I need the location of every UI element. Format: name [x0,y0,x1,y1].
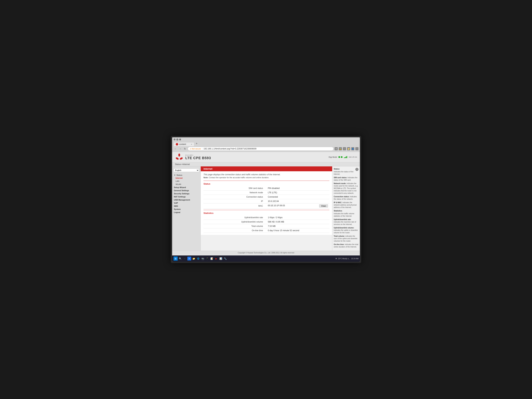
sidebar-item-system[interactable]: System [172,208,201,211]
shield-icon[interactable]: 🔒 [339,147,342,150]
close-button[interactable]: × [179,138,181,140]
new-tab-button[interactable]: + [194,141,199,146]
statistics-section-title: Statistics [203,212,329,214]
table-row: IP 10.6.102.84 [203,199,329,203]
help-icon-button[interactable]: ? [355,168,359,171]
nat-settings-label: NAT Settings [174,196,186,198]
minimize-button[interactable]: − [173,138,176,140]
signal-dots [338,156,342,158]
collections-icon[interactable]: 📁 [347,147,350,150]
sidebar-item-internet[interactable]: Internet [172,177,201,180]
connection-status-value: Connected [266,195,329,199]
uplink-rate-help-label: Uplink/downlink rate: [334,219,351,221]
sidebar-wlan-label: WLAN [176,183,181,185]
browser-tab[interactable]: content × [173,142,194,146]
brand-label: HUAWEI [185,154,211,156]
browser-icons: A 🔒 ☆ 📁 👤 ⋯ [335,147,359,150]
sidebar-item-usb-management[interactable]: USB Management [172,198,201,201]
language-select[interactable]: English [173,169,199,172]
digi-mobil-label: Digi Mobil [329,156,337,158]
back-button[interactable]: ← [173,147,177,151]
sidebar-item-logout[interactable]: Logout [172,211,201,214]
breadcrumb-text: Status->Internet [175,163,190,165]
tab-close-button[interactable]: × [191,143,192,145]
network-mode-help-label: Network mode: [334,183,346,184]
dot-1 [338,156,340,158]
clean-button[interactable]: Clean [319,204,328,208]
taskbar-icon-5[interactable]: 📱 [205,257,209,260]
status-section-title: Status [203,183,329,185]
statistics-table: Uplink/downlink rate 1 Kbps / 2 Kbps Upl… [203,215,329,233]
sidebar-item-lan[interactable]: LAN [172,180,201,183]
sidebar-item-security-settings[interactable]: Security Settings [172,192,201,195]
uplink-volume-help-label: Uplink/downlink volume: [334,227,354,229]
refresh-button[interactable]: ↻ [183,147,187,151]
main-layout: English ▼ Status Internet LAN WLAN [172,166,360,251]
profile-icon[interactable]: 👤 [351,147,354,150]
chevron-down-icon: ▼ [174,174,176,176]
network-mode-value: LTE (LTE) [266,190,329,195]
star-icon[interactable]: ☆ [343,147,346,150]
huawei-logo: HUAWEI LTE CPE B593 [175,154,211,160]
note-prefix: Note: [203,177,208,178]
weather-info: ☀ 23°C Mostly s... [335,257,350,260]
note-text: Contact the operator for the accurate tr… [209,177,269,178]
system-label: System [174,208,181,210]
reader-mode-icon[interactable]: A [335,147,338,150]
sidebar-status-section[interactable]: ▼ Status [172,173,201,177]
screen: − □ × content × + ← → ↻ ⚠ [172,137,360,262]
ip-label: IP [203,199,266,203]
help-status-title: Status [334,168,359,170]
bar-4 [347,156,347,158]
url-bar[interactable]: ⚠ Not secure | 192.168.1.1/html/content.… [188,147,334,151]
laptop-frame: − □ × content × + ← → ↻ ⚠ [171,136,361,263]
sidebar-lan-label: LAN [176,180,179,182]
task-view-icon[interactable]: ❖ [183,257,187,260]
address-bar: ← → ↻ ⚠ Not secure | 192.168.1.1/html/co… [172,146,360,152]
sms-label: SMS [174,205,178,207]
maximize-button[interactable]: □ [176,138,178,140]
taskbar-icon-9[interactable]: 🔧 [223,257,227,260]
table-row: Uplink/downlink volume 586 KB / 8.95 MB [203,220,329,224]
footer-text: Copyright © Huawei Technologies Co., Ltd… [238,252,294,254]
content-section-title: Internet [203,167,212,170]
signal-bars [344,156,347,158]
sidebar-item-nat-settings[interactable]: NAT Settings [172,195,201,198]
sidebar-item-voip[interactable]: VoIP [172,201,201,204]
taskbar-icon-3[interactable]: 🌐 [196,257,200,260]
breadcrumb: Status->Internet [172,162,360,166]
content-header: Internet [201,166,332,171]
help-ip-mac: IP & MAC: indicates the network address … [334,201,359,209]
taskbar-icon-4[interactable]: 📷 [201,257,205,260]
edge-icon[interactable]: e [187,257,191,260]
warning-icon: ⚠ [190,148,191,150]
files-icon[interactable]: 📁 [192,257,196,260]
search-taskbar-icon[interactable]: 🔍 [178,257,182,260]
sidebar-item-setup-wizard[interactable]: Setup Wizard [172,186,201,189]
status-divider [203,181,329,181]
taskbar-icon-7[interactable]: ▶ [214,257,218,260]
sidebar-item-wlan[interactable]: WLAN [172,183,201,186]
sim-status-value: PIN disabled [266,186,329,190]
status-table: SIM card status PIN disabled Network mod… [203,186,329,209]
forward-button[interactable]: → [178,147,182,151]
sim-status-label: SIM card status [203,186,266,190]
table-row: Network mode LTE (LTE) [203,190,329,195]
mac-value: 00:1E:10:1F:06:03 Clean [266,203,329,209]
taskbar-icon-6[interactable]: 📝 [210,257,214,260]
bar-2 [345,157,346,158]
help-network-mode: Network mode: indicates the mode used fo… [334,182,359,195]
taskbar: ⊞ 🔍 ❖ e 📁 🌐 📷 📱 📝 ▶ 📊 🔧 ☀ 23°C Mostly s.… [172,255,360,262]
tab-favicon [176,143,178,146]
start-button[interactable]: ⊞ [173,256,178,261]
security-settings-label: Security Settings [174,193,190,195]
url-text: 192.168.1.1/html/content.asp?rid=0.22930… [203,147,256,150]
menu-icon[interactable]: ⋯ [355,147,359,150]
taskbar-icon-8[interactable]: 📊 [219,257,223,260]
sidebar-item-sms[interactable]: SMS [172,204,201,208]
total-volume-value: 7.53 MB [266,224,329,228]
browser-chrome: − □ × content × + ← → ↻ ⚠ [172,137,360,152]
online-time-value: 0 day 0 hour 15 minute 52 second [266,228,329,233]
sidebar-item-general-settings[interactable]: General Settings [172,189,201,192]
voip-label: VoIP [174,202,178,204]
